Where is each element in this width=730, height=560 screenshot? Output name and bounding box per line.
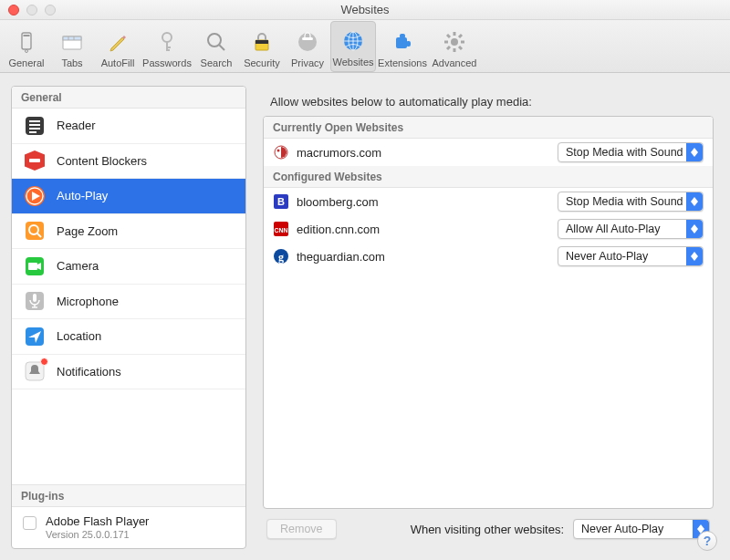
toolbar-advanced[interactable]: Advanced (429, 21, 480, 72)
select-value: Stop Media with Sound (566, 195, 683, 208)
extensions-icon (389, 28, 416, 56)
site-name: macrumors.com (297, 146, 550, 160)
remove-label: Remove (280, 523, 323, 535)
svg-line-12 (219, 45, 224, 50)
passwords-icon (153, 28, 181, 56)
svg-rect-16 (302, 37, 313, 40)
select-arrows-icon (686, 143, 703, 161)
website-row[interactable]: B bloomberg.com Stop Media with Sound (264, 188, 713, 215)
main-footer: Remove When visiting other websites: Nev… (263, 509, 714, 549)
main-heading: Allow websites below to automatically pl… (263, 91, 714, 116)
pagezoom-icon (23, 219, 47, 243)
toolbar-extensions[interactable]: Extensions (376, 21, 429, 72)
sidebar-item-label: Page Zoom (57, 224, 118, 238)
security-icon (248, 28, 276, 56)
default-setting-select[interactable]: Never Auto-Play (573, 519, 710, 539)
content-area: General Reader Content Blockers Auto-Pla… (0, 73, 730, 560)
svg-rect-4 (63, 36, 81, 40)
sidebar-item-label: Content Blockers (57, 154, 147, 168)
site-setting-select[interactable]: Never Auto-Play (558, 246, 704, 266)
toolbar-label: AutoFill (101, 57, 135, 68)
close-window-button[interactable] (8, 5, 19, 16)
site-name: bloomberg.com (297, 195, 550, 209)
website-row[interactable]: CNN edition.cnn.com Allow All Auto-Play (264, 215, 713, 243)
site-favicon: CNN (273, 221, 289, 237)
site-setting-select[interactable]: Stop Media with Sound (558, 192, 704, 212)
sidebar-item-reader[interactable]: Reader (12, 109, 245, 144)
site-name: edition.cnn.com (297, 223, 550, 236)
sidebar-item-notifications[interactable]: Notifications (12, 355, 245, 390)
toolbar-passwords[interactable]: Passwords (141, 21, 193, 72)
window-title: Websites (340, 3, 389, 16)
toolbar-label: Security (244, 57, 280, 68)
notifications-icon (23, 359, 47, 383)
toolbar-autofill[interactable]: AutoFill (95, 21, 141, 72)
select-value: Allow All Auto-Play (566, 223, 661, 235)
svg-rect-43 (28, 263, 37, 270)
autofill-icon (104, 28, 131, 56)
site-name: theguardian.com (297, 250, 550, 264)
help-button[interactable]: ? (697, 531, 717, 551)
sidebar-item-contentblockers[interactable]: Content Blockers (12, 144, 245, 180)
svg-point-2 (26, 50, 28, 53)
svg-point-22 (451, 38, 458, 46)
toolbar-search[interactable]: Search (193, 21, 239, 72)
svg-line-28 (459, 47, 462, 49)
website-row[interactable]: macrumors.com Stop Media with Sound (264, 139, 713, 166)
autoplay-icon (23, 184, 47, 208)
toolbar-label: Passwords (142, 57, 192, 68)
sidebar-item-label: Auto-Play (57, 189, 108, 202)
toolbar-label: Tabs (61, 57, 82, 68)
toolbar-websites[interactable]: Websites (330, 21, 376, 72)
toolbar-security[interactable]: Security (239, 21, 285, 72)
svg-rect-33 (29, 124, 40, 126)
toolbar-privacy[interactable]: Privacy (285, 21, 330, 72)
sidebar-item-pagezoom[interactable]: Page Zoom (12, 214, 245, 250)
toolbar-general[interactable]: General (4, 21, 49, 72)
site-setting-select[interactable]: Stop Media with Sound (558, 142, 704, 162)
sidebar-item-autoplay[interactable]: Auto-Play (12, 179, 245, 214)
sidebar-plugins-section: Plug-ins Adobe Flash Player Version 25.0… (12, 484, 245, 548)
sidebar-item-camera[interactable]: Camera (12, 249, 245, 285)
minimize-window-button[interactable] (26, 5, 37, 16)
svg-text:g: g (278, 251, 284, 264)
location-icon (23, 325, 47, 348)
plugin-checkbox[interactable] (23, 516, 36, 530)
websites-icon (339, 27, 367, 55)
general-icon (13, 28, 40, 56)
site-favicon (273, 144, 289, 161)
svg-rect-1 (24, 35, 30, 36)
plugin-row[interactable]: Adobe Flash Player Version 25.0.0.171 (12, 507, 245, 548)
microphone-icon (23, 289, 47, 313)
select-arrows-icon (686, 247, 703, 265)
sidebar-item-microphone[interactable]: Microphone (12, 285, 245, 320)
svg-rect-45 (33, 294, 36, 302)
website-row[interactable]: g theguardian.com Never Auto-Play (264, 243, 713, 270)
select-value: Never Auto-Play (581, 523, 663, 535)
svg-rect-20 (400, 34, 405, 38)
select-value: Stop Media with Sound (566, 146, 683, 159)
svg-rect-9 (166, 47, 171, 48)
svg-text:CNN: CNN (274, 227, 287, 233)
preferences-toolbar: General Tabs AutoFill Passwords Search S… (0, 20, 730, 73)
svg-rect-35 (29, 131, 36, 133)
window-controls (8, 5, 56, 16)
svg-point-51 (277, 150, 280, 152)
content-blockers-icon (23, 149, 47, 172)
site-setting-select[interactable]: Allow All Auto-Play (558, 219, 704, 239)
svg-rect-19 (396, 37, 407, 48)
search-icon (203, 28, 230, 56)
privacy-icon (294, 28, 321, 56)
toolbar-tabs[interactable]: Tabs (49, 21, 95, 72)
sidebar-item-location[interactable]: Location (12, 319, 245, 355)
toolbar-label: Privacy (291, 57, 324, 68)
remove-button[interactable]: Remove (266, 519, 337, 539)
svg-rect-36 (29, 159, 40, 162)
toolbar-label: Search (201, 57, 233, 68)
svg-rect-14 (256, 40, 268, 44)
svg-point-15 (298, 33, 317, 51)
svg-line-29 (447, 47, 450, 49)
plugin-name: Adobe Flash Player (46, 514, 149, 529)
sidebar-item-label: Notifications (57, 365, 121, 379)
zoom-window-button[interactable] (45, 5, 56, 16)
